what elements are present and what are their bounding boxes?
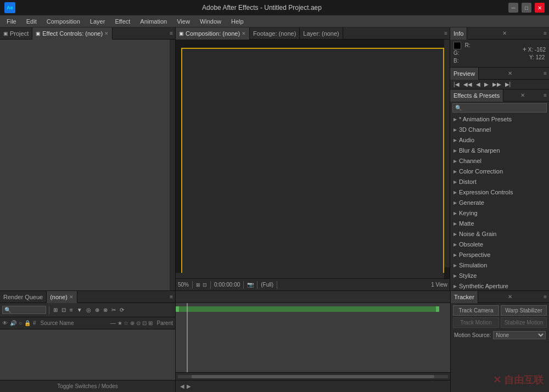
preview-play-btn[interactable]: ▶: [483, 81, 490, 87]
close-timeline[interactable]: ✕: [69, 294, 74, 300]
views[interactable]: 1 View: [431, 282, 447, 288]
effect-item[interactable]: ▶Perspective: [450, 250, 549, 260]
tl-btn-2[interactable]: ⊡: [60, 307, 67, 313]
effect-item[interactable]: ▶Color Correction: [450, 166, 549, 177]
timeline-panel-menu[interactable]: ≡: [167, 294, 175, 300]
tab-composition[interactable]: ▣ Composition: (none) ✕: [176, 27, 250, 40]
menu-file[interactable]: File: [2, 17, 21, 26]
tl-btn-6[interactable]: ⊕: [94, 307, 100, 313]
effect-item[interactable]: ▶Stylize: [450, 271, 549, 281]
quality[interactable]: (Full): [261, 282, 273, 288]
menu-window[interactable]: Window: [195, 17, 226, 26]
menu-view[interactable]: View: [172, 17, 194, 26]
project-icon: ▣: [3, 31, 8, 36]
preview-last-btn[interactable]: ▶|: [504, 81, 512, 87]
effect-item[interactable]: ▶3D Channel: [450, 125, 549, 135]
tab-render-queue[interactable]: Render Queue: [0, 291, 47, 303]
timecode: 0:00:00:00: [214, 282, 240, 288]
effect-item[interactable]: ▶Keying: [450, 208, 549, 219]
tracker-panel-close[interactable]: ✕: [506, 294, 514, 300]
effects-panel-options[interactable]: ≡: [541, 92, 549, 98]
menu-layer[interactable]: Layer: [86, 17, 110, 26]
effect-item[interactable]: ▶Expression Controls: [450, 187, 549, 198]
timeline-track-area[interactable]: [176, 303, 450, 372]
effect-arrow-icon: ▶: [453, 199, 457, 207]
motion-source-select[interactable]: None: [493, 331, 546, 339]
menu-composition[interactable]: Composition: [42, 17, 85, 26]
info-panel-menu[interactable]: ✕: [500, 30, 509, 36]
timeline-nav-left[interactable]: ◀: [180, 383, 184, 389]
timeline-work-area-bar[interactable]: [176, 306, 439, 312]
tab-effect-controls[interactable]: ▣ Effect Controls: (none) ✕: [32, 27, 113, 40]
timeline-scrollbar-track[interactable]: [178, 375, 448, 378]
warp-stabilizer-button[interactable]: Warp Stabilizer: [501, 305, 547, 316]
timeline-scrollbar[interactable]: [176, 372, 450, 380]
menu-edit[interactable]: Edit: [22, 17, 41, 26]
middle-panel-menu[interactable]: ≡: [442, 30, 450, 36]
effects-panel-close[interactable]: ✕: [518, 92, 527, 98]
comp-scrollbar-vertical[interactable]: [444, 40, 450, 267]
timeline-scrollbar-thumb[interactable]: [192, 375, 435, 378]
stabilize-motion-button[interactable]: Stabilize Motion: [501, 317, 547, 328]
timeline-nav-right[interactable]: ▶: [187, 383, 191, 389]
zoom-level[interactable]: 50%: [178, 282, 189, 288]
effect-item[interactable]: ▶Channel: [450, 156, 549, 166]
info-panel-options[interactable]: ≡: [541, 30, 549, 36]
effect-item[interactable]: ▶Noise & Grain: [450, 229, 549, 239]
col-switches: — ★ ☆ ⊕ ⊙ ⊡ ⊞: [110, 320, 153, 326]
preview-forward-btn[interactable]: ▶▶: [491, 81, 502, 87]
maximize-button[interactable]: □: [522, 3, 531, 13]
minimize-button[interactable]: ─: [508, 3, 518, 13]
timeline-tab-bar: Render Queue (none) ✕ ≡: [0, 291, 175, 303]
toolbar-separator-1: [192, 281, 193, 289]
effect-item[interactable]: ▶Matte: [450, 219, 549, 229]
composition-canvas[interactable]: [181, 48, 444, 276]
tl-btn-4[interactable]: ▼: [76, 307, 83, 313]
tab-preview[interactable]: Preview: [450, 68, 479, 80]
track-motion-button[interactable]: Track Motion: [453, 317, 499, 328]
left-panel-menu[interactable]: ≡: [167, 30, 175, 36]
work-area-end-handle[interactable]: [436, 306, 439, 312]
preview-panel-options[interactable]: ≡: [541, 70, 549, 76]
effects-search-input[interactable]: [452, 103, 547, 113]
tl-btn-8[interactable]: ✂: [110, 307, 117, 313]
work-area-start-handle[interactable]: [176, 306, 179, 312]
close-button[interactable]: ✕: [535, 3, 545, 13]
tab-project[interactable]: ▣ Project: [0, 27, 32, 40]
tl-btn-3[interactable]: ≡: [69, 307, 74, 313]
track-camera-button[interactable]: Track Camera: [453, 305, 499, 316]
timeline-search-input[interactable]: [2, 306, 46, 314]
tab-footage[interactable]: Footage: (none): [250, 27, 300, 40]
left-scrollbar-v[interactable]: [170, 40, 175, 290]
timeline-footer[interactable]: Toggle Switches / Modes: [0, 380, 175, 392]
tab-timeline[interactable]: (none) ✕: [47, 291, 77, 303]
menu-help[interactable]: Help: [227, 17, 248, 26]
effect-item[interactable]: ▶Synthetic Aperture: [450, 281, 549, 290]
tl-btn-1[interactable]: ⊞: [52, 307, 59, 313]
close-composition[interactable]: ✕: [242, 31, 246, 36]
col-lock-icon: 🔒: [24, 320, 31, 326]
tl-btn-5[interactable]: ◎: [85, 307, 92, 313]
tracker-panel-options[interactable]: ≡: [541, 294, 549, 300]
tl-btn-9[interactable]: ⟳: [119, 307, 125, 313]
effect-item[interactable]: ▶Distort: [450, 177, 549, 187]
effect-item[interactable]: ▶Audio: [450, 135, 549, 145]
tl-btn-7[interactable]: ⊗: [102, 307, 109, 313]
menu-effect[interactable]: Effect: [110, 17, 135, 26]
preview-first-btn[interactable]: |◀: [452, 81, 461, 87]
effect-item[interactable]: ▶Generate: [450, 198, 549, 208]
effect-item[interactable]: ▶Obsolete: [450, 239, 549, 250]
preview-panel-close[interactable]: ✕: [506, 70, 514, 76]
tab-effects-presets[interactable]: Effects & Presets: [450, 89, 503, 102]
effect-item[interactable]: ▶* Animation Presets: [450, 114, 549, 125]
tab-info[interactable]: Info: [450, 27, 467, 40]
comp-scrollbar-horizontal[interactable]: [176, 273, 444, 278]
preview-prev-btn[interactable]: ◀◀: [462, 81, 473, 87]
tab-tracker[interactable]: Tracker: [451, 291, 478, 303]
effect-item[interactable]: ▶Simulation: [450, 260, 549, 271]
close-effect-controls[interactable]: ✕: [104, 31, 109, 36]
tab-layer[interactable]: Layer: (none): [300, 27, 343, 40]
preview-rewind-btn[interactable]: ◀: [475, 81, 481, 87]
menu-animation[interactable]: Animation: [136, 17, 171, 26]
effect-item[interactable]: ▶Blur & Sharpen: [450, 145, 549, 156]
